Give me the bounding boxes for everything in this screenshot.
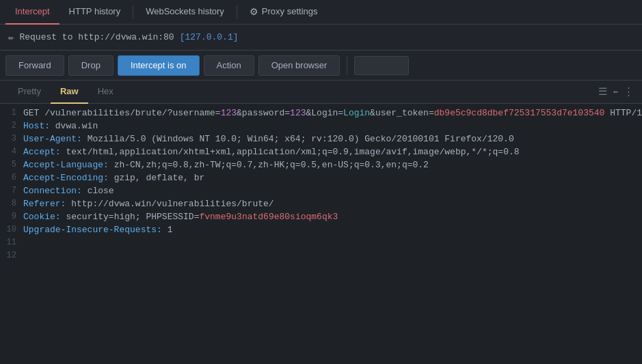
- content-area[interactable]: 1GET /vulnerabilities/brute/?username=12…: [0, 104, 642, 364]
- line-number: 5: [3, 158, 23, 171]
- line-content: Referer: http://dvwa.win/vulnerabilities…: [23, 197, 274, 210]
- line-content: Host: dvwa.win: [23, 120, 98, 132]
- line-number: 3: [3, 132, 23, 145]
- nav-divider-2: [237, 5, 237, 19]
- toolbar: Forward Drop Intercept is on Action Open…: [0, 51, 642, 81]
- table-row: 2Host: dvwa.win: [0, 120, 642, 132]
- line-content: Upgrade-Insecure-Requests: 1: [23, 223, 172, 236]
- wrap-icon[interactable]: ☰: [598, 85, 607, 98]
- line-content: Accept-Language: zh-CN,zh;q=0.8,zh-TW;q=…: [23, 158, 429, 171]
- line-content: Connection: close: [23, 184, 114, 197]
- line-content: Accept-Encoding: gzip, deflate, br: [23, 171, 204, 184]
- tab-websockets-history[interactable]: WebSockets history: [136, 0, 234, 25]
- line-number: 9: [3, 210, 23, 223]
- search-input[interactable]: [354, 56, 409, 75]
- line-content: GET /vulnerabilities/brute/?username=123…: [23, 107, 642, 120]
- line-number: 11: [3, 236, 23, 249]
- request-bar: ✏ Request to http://dvwa.win:80 [127.0.0…: [0, 25, 642, 51]
- table-row: 12: [0, 249, 642, 262]
- line-content: User-Agent: Mozilla/5.0 (Windows NT 10.0…: [23, 132, 514, 145]
- line-content: Accept: text/html,application/xhtml+xml,…: [23, 145, 520, 158]
- table-row: 5Accept-Language: zh-CN,zh;q=0.8,zh-TW;q…: [0, 158, 642, 171]
- line-number: 10: [3, 223, 23, 236]
- tab-raw[interactable]: Raw: [51, 81, 88, 104]
- table-row: 1GET /vulnerabilities/brute/?username=12…: [0, 107, 642, 120]
- tab-hex[interactable]: Hex: [88, 81, 123, 104]
- line-number: 12: [3, 249, 23, 262]
- indent-icon[interactable]: ⬅: [613, 87, 618, 98]
- view-tabs: Pretty Raw Hex ☰ ⬅ ⋮: [0, 81, 642, 104]
- tab-proxy-settings[interactable]: ⚙ Proxy settings: [240, 0, 327, 25]
- nav-divider: [133, 5, 133, 19]
- table-row: 3User-Agent: Mozilla/5.0 (Windows NT 10.…: [0, 132, 642, 145]
- open-browser-button[interactable]: Open browser: [258, 55, 340, 76]
- tab-http-history[interactable]: HTTP history: [59, 0, 131, 25]
- edit-icon: ✏: [8, 31, 14, 43]
- request-ip: [127.0.0.1]: [180, 32, 239, 42]
- table-row: 4Accept: text/html,application/xhtml+xml…: [0, 145, 642, 158]
- table-row: 8Referer: http://dvwa.win/vulnerabilitie…: [0, 197, 642, 210]
- toolbar-divider: [347, 56, 347, 75]
- line-number: 8: [3, 197, 23, 210]
- line-content: Cookie: security=high; PHPSESSID=fvnme9u…: [23, 210, 338, 223]
- line-number: 2: [3, 120, 23, 132]
- table-row: 6Accept-Encoding: gzip, deflate, br: [0, 171, 642, 184]
- intercept-button[interactable]: Intercept is on: [118, 55, 200, 76]
- view-tabs-right: ☰ ⬅ ⋮: [598, 85, 634, 98]
- tab-intercept[interactable]: Intercept: [5, 0, 59, 25]
- table-row: 9Cookie: security=high; PHPSESSID=fvnme9…: [0, 210, 642, 223]
- drop-button[interactable]: Drop: [68, 55, 113, 76]
- gear-icon: ⚙: [250, 6, 258, 17]
- nav-bar: Intercept HTTP history WebSockets histor…: [0, 0, 642, 25]
- line-number: 7: [3, 184, 23, 197]
- more-icon[interactable]: ⋮: [624, 85, 634, 98]
- toolbar-right: [354, 56, 409, 75]
- table-row: 11: [0, 236, 642, 249]
- action-button[interactable]: Action: [204, 55, 254, 76]
- line-number: 1: [3, 107, 23, 120]
- line-number: 6: [3, 171, 23, 184]
- table-row: 10Upgrade-Insecure-Requests: 1: [0, 223, 642, 236]
- table-row: 7Connection: close: [0, 184, 642, 197]
- request-url: Request to http://dvwa.win:80: [19, 32, 174, 42]
- tab-pretty[interactable]: Pretty: [8, 81, 51, 104]
- line-number: 4: [3, 145, 23, 158]
- forward-button[interactable]: Forward: [5, 55, 64, 76]
